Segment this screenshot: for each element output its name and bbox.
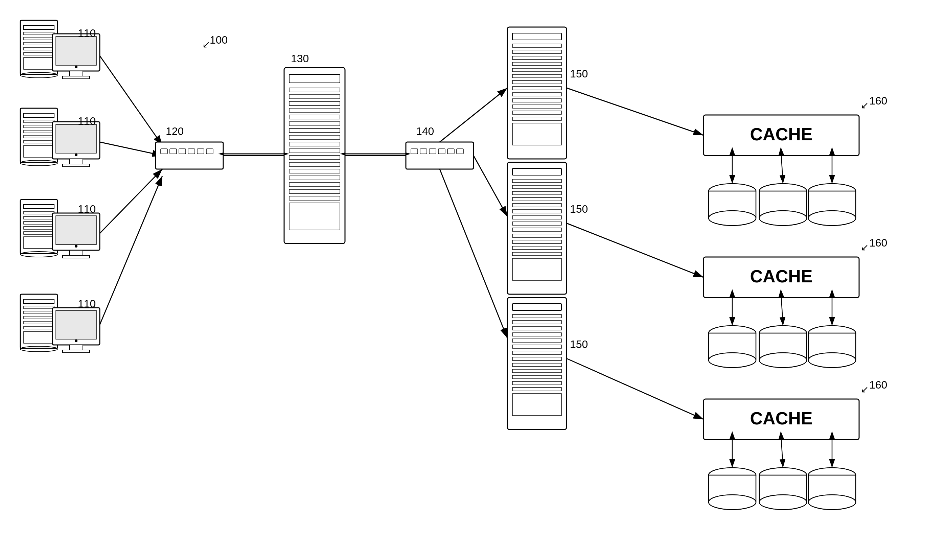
client2-ref-label: 110 (78, 115, 96, 128)
cache3-ref-label: 160 (869, 379, 887, 391)
svg-rect-42 (63, 255, 89, 258)
svg-line-132 (440, 169, 507, 338)
svg-line-113 (566, 88, 703, 135)
svg-rect-27 (63, 164, 89, 167)
svg-point-155 (709, 211, 756, 226)
switch1-ref-label: 120 (166, 125, 184, 138)
svg-line-44 (100, 169, 162, 233)
svg-point-58 (75, 340, 77, 342)
svg-text:CACHE: CACHE (750, 409, 813, 428)
svg-line-59 (100, 176, 162, 325)
svg-line-187 (781, 440, 783, 468)
system-ref-label: 100 (210, 34, 228, 46)
svg-line-29 (100, 142, 162, 155)
svg-point-28 (75, 154, 77, 156)
svg-point-158 (759, 211, 806, 226)
svg-rect-115 (507, 162, 566, 294)
svg-rect-55 (56, 311, 96, 339)
svg-line-114 (474, 155, 507, 217)
svg-rect-133 (507, 298, 566, 429)
client1-ref-label: 110 (78, 27, 96, 40)
cache1-ref-label: 160 (869, 95, 887, 107)
client4-ref-label: 110 (78, 298, 96, 310)
svg-rect-57 (63, 350, 89, 353)
svg-line-96 (440, 88, 507, 142)
svg-text:CACHE: CACHE (750, 125, 813, 144)
svg-point-185 (808, 495, 856, 509)
svg-point-43 (75, 245, 77, 248)
svg-text:CACHE: CACHE (750, 266, 813, 286)
svg-rect-26 (69, 159, 83, 164)
svg-rect-10 (56, 37, 96, 65)
svg-rect-12 (63, 76, 89, 79)
svg-point-161 (808, 211, 856, 226)
svg-rect-41 (69, 250, 83, 255)
svg-point-13 (75, 66, 77, 68)
svg-rect-89 (406, 142, 474, 169)
svg-point-179 (709, 495, 756, 509)
svg-line-14 (100, 56, 162, 145)
svg-point-170 (759, 353, 806, 368)
cache2-ref-label: 160 (869, 237, 887, 249)
main-server-ref-label: 130 (291, 52, 309, 65)
svg-line-149 (566, 358, 703, 419)
svg-rect-11 (69, 71, 83, 76)
server1-ref-label: 150 (570, 68, 588, 80)
server3-ref-label: 150 (570, 338, 588, 351)
server2-ref-label: 150 (570, 203, 588, 215)
client3-ref-label: 110 (78, 203, 96, 215)
svg-rect-56 (69, 345, 83, 350)
svg-rect-97 (507, 27, 566, 159)
svg-line-131 (566, 223, 703, 277)
svg-point-182 (759, 495, 806, 509)
svg-point-167 (709, 353, 756, 368)
svg-point-173 (808, 353, 856, 368)
svg-line-175 (781, 298, 783, 326)
svg-rect-25 (56, 125, 96, 153)
svg-line-163 (781, 155, 783, 184)
svg-rect-40 (56, 216, 96, 245)
svg-rect-60 (155, 142, 223, 169)
switch2-ref-label: 140 (416, 125, 434, 138)
